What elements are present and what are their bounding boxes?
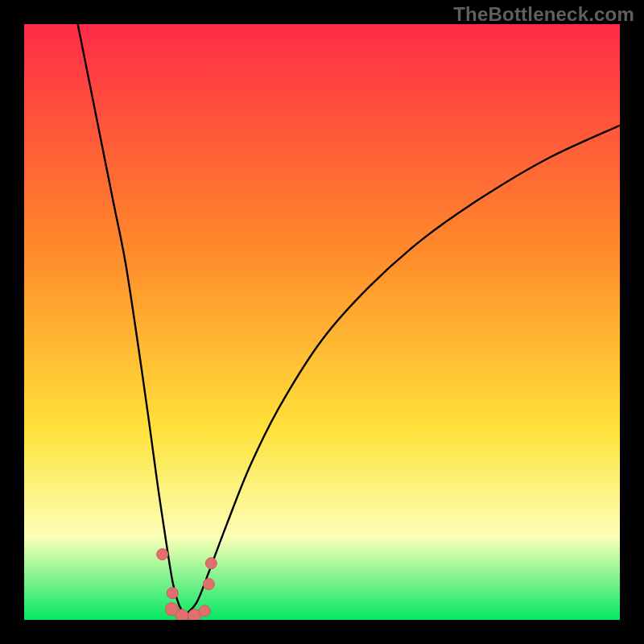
outer-frame: TheBottleneck.com	[0, 0, 644, 644]
bottleneck-chart	[24, 24, 620, 620]
data-marker-0	[157, 549, 168, 560]
gradient-background	[24, 24, 620, 620]
plot-area	[24, 24, 620, 620]
data-marker-3	[175, 609, 188, 620]
watermark-text: TheBottleneck.com	[453, 3, 634, 26]
data-marker-5	[199, 605, 210, 617]
data-marker-7	[205, 558, 217, 569]
data-marker-6	[203, 579, 214, 590]
data-marker-1	[167, 588, 178, 599]
